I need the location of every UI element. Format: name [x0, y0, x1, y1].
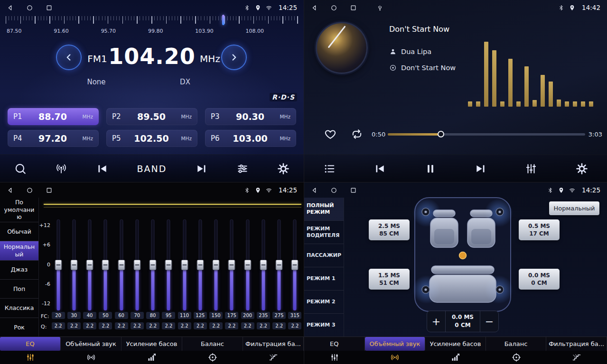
slider-knob[interactable]	[118, 260, 125, 270]
slider-knob[interactable]	[276, 260, 283, 270]
back-icon[interactable]	[311, 4, 318, 11]
eq-band-slider-315[interactable]	[287, 219, 303, 310]
tab-filter[interactable]: Фильтрация ба...	[243, 337, 304, 351]
slider-knob[interactable]	[149, 260, 157, 270]
tab-filter[interactable]: Фильтрация ба...	[546, 337, 607, 351]
tuning-indicator[interactable]	[222, 15, 224, 25]
slider-knob[interactable]	[291, 260, 299, 270]
progress-knob[interactable]	[438, 131, 444, 137]
favorite-button[interactable]	[324, 128, 336, 140]
tab-icon-cell-balance[interactable]	[182, 351, 243, 364]
tab-icon-cell-eq[interactable]	[0, 351, 61, 364]
tab-icon-cell-surround[interactable]	[365, 351, 426, 364]
preset-p3[interactable]: P390.30MHz	[205, 108, 296, 125]
tune-up-button[interactable]	[221, 45, 247, 70]
tab-icon-cell-balance[interactable]	[486, 351, 547, 364]
frequency-scale[interactable]: 87.5091.6095.7099.80103.90108.00	[6, 16, 298, 39]
eq-preset-4[interactable]: Поп	[0, 280, 38, 299]
eq-icon[interactable]	[26, 353, 35, 362]
settings-icon[interactable]	[576, 163, 588, 175]
broadcast-icon[interactable]	[55, 163, 67, 175]
slider-knob[interactable]	[86, 260, 93, 270]
surround-mode-5[interactable]: РЕЖИМ 3	[304, 314, 344, 337]
preset-p2[interactable]: P289.50MHz	[106, 108, 197, 125]
delay-front-right[interactable]: 0.5 MS17 CM	[519, 219, 560, 240]
home-icon[interactable]	[26, 4, 33, 11]
surround-mode-1[interactable]: РЕЖИМ ВОДИТЕЛЯ	[304, 221, 344, 244]
back-icon[interactable]	[7, 187, 14, 194]
delay-rear-left[interactable]: 1.5 MS51 CM	[369, 269, 410, 290]
delay-rear-right[interactable]: 0.0 MS0 CM	[519, 269, 560, 290]
preset-p4[interactable]: P497.20MHz	[8, 130, 99, 147]
slider-knob[interactable]	[213, 260, 220, 270]
pause-icon[interactable]	[424, 163, 437, 175]
eq-band-slider-110[interactable]	[177, 219, 192, 310]
slider-knob[interactable]	[55, 260, 62, 270]
preset-normal-button[interactable]: Нормальный	[549, 201, 599, 215]
slider-knob[interactable]	[70, 260, 77, 270]
eq-preset-3[interactable]: Джаз	[0, 261, 38, 280]
playlist-icon[interactable]	[323, 163, 336, 175]
eq-band-slider-150[interactable]	[208, 219, 224, 310]
slider-knob[interactable]	[244, 260, 251, 270]
home-icon[interactable]	[26, 187, 33, 194]
recents-icon[interactable]	[46, 187, 53, 194]
band-button[interactable]: BAND	[137, 164, 167, 174]
recents-icon[interactable]	[46, 4, 53, 11]
balance-icon[interactable]	[208, 353, 217, 362]
eq-preset-1[interactable]: Обычай	[0, 222, 38, 241]
surround-icon[interactable]	[390, 353, 400, 362]
eq-preset-0[interactable]: По умолчанию	[0, 198, 38, 222]
search-icon[interactable]	[14, 163, 27, 175]
home-icon[interactable]	[330, 4, 337, 11]
eq-band-slider-235[interactable]	[255, 219, 271, 310]
eq-preset-2[interactable]: Нормальный	[0, 241, 38, 260]
bass-icon[interactable]	[451, 353, 460, 362]
settings-icon[interactable]	[277, 163, 289, 175]
tab-bass[interactable]: Усиление басов	[121, 337, 182, 351]
repeat-button[interactable]	[351, 128, 363, 140]
tab-icon-cell-filter[interactable]	[546, 351, 607, 364]
slider-knob[interactable]	[133, 260, 140, 270]
tab-icon-cell-bass[interactable]	[425, 351, 486, 364]
preset-p6[interactable]: P6103.00MHz	[205, 130, 296, 147]
tab-surround[interactable]: Объёмный звук	[365, 337, 426, 351]
eq-band-slider-20[interactable]	[50, 219, 66, 310]
prev-icon[interactable]	[374, 163, 386, 175]
surround-icon[interactable]	[86, 353, 96, 362]
slider-knob[interactable]	[102, 260, 109, 270]
eq-band-slider-40[interactable]	[82, 219, 98, 310]
tab-balance[interactable]: Баланс	[486, 337, 547, 351]
slider-knob[interactable]	[196, 260, 204, 270]
delay-increase-button[interactable]: +	[427, 311, 445, 332]
tab-eq[interactable]: EQ	[304, 337, 365, 351]
eq-band-slider-95[interactable]	[161, 219, 177, 310]
delay-front-left[interactable]: 2.5 MS85 CM	[369, 219, 410, 240]
next-icon[interactable]	[196, 163, 208, 175]
surround-mode-0[interactable]: ПОЛНЫЙ РЕЖИМ	[304, 198, 344, 221]
tab-icon-cell-eq[interactable]	[304, 351, 365, 364]
mixer-icon[interactable]	[525, 163, 537, 175]
eq-band-slider-70[interactable]	[129, 219, 145, 310]
filter-icon[interactable]	[269, 353, 278, 362]
album-art[interactable]	[316, 22, 368, 74]
eq-band-slider-275[interactable]	[271, 219, 287, 310]
back-icon[interactable]	[311, 187, 318, 194]
home-icon[interactable]	[330, 187, 337, 194]
eq-band-slider-175[interactable]	[224, 219, 240, 310]
eq-band-slider-50[interactable]	[98, 219, 113, 310]
eq-icon[interactable]	[330, 353, 339, 362]
preset-p1[interactable]: P188.70MHz	[8, 108, 99, 125]
tab-surround[interactable]: Объёмный звук	[61, 337, 121, 351]
eq-band-slider-80[interactable]	[145, 219, 161, 310]
back-icon[interactable]	[7, 4, 14, 11]
tab-icon-cell-surround[interactable]	[61, 351, 121, 364]
tab-icon-cell-bass[interactable]	[121, 351, 182, 364]
delay-decrease-button[interactable]: −	[480, 311, 498, 332]
surround-mode-4[interactable]: РЕЖИМ 2	[304, 291, 344, 314]
surround-mode-2[interactable]: ПАССАЖИР	[304, 244, 344, 267]
tab-icon-cell-filter[interactable]	[243, 351, 304, 364]
tab-balance[interactable]: Баланс	[182, 337, 243, 351]
prev-icon[interactable]	[96, 163, 108, 175]
preset-p5[interactable]: P5102.50MHz	[106, 130, 197, 147]
